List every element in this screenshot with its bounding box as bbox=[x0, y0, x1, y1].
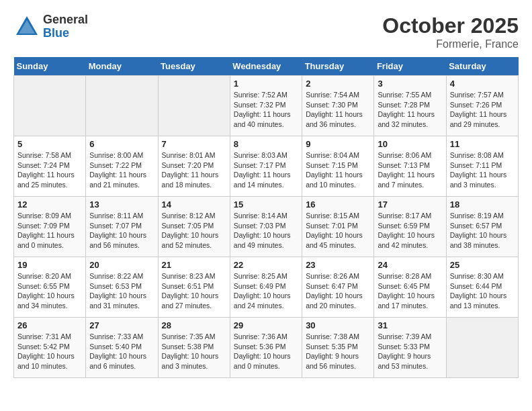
calendar-week-4: 19Sunrise: 8:20 AMSunset: 6:55 PMDayligh… bbox=[14, 257, 519, 318]
weekday-header-wednesday: Wednesday bbox=[230, 57, 302, 76]
day-info: Sunrise: 8:20 AMSunset: 6:55 PMDaylight:… bbox=[17, 271, 82, 311]
calendar-cell: 1Sunrise: 7:52 AMSunset: 7:32 PMDaylight… bbox=[230, 76, 302, 136]
day-info: Sunrise: 8:09 AMSunset: 7:09 PMDaylight:… bbox=[17, 211, 82, 250]
day-info: Sunrise: 8:15 AMSunset: 7:01 PMDaylight:… bbox=[306, 211, 370, 250]
day-number: 26 bbox=[17, 320, 82, 330]
weekday-header-saturday: Saturday bbox=[446, 57, 518, 76]
day-number: 15 bbox=[234, 199, 298, 210]
day-number: 17 bbox=[378, 199, 442, 210]
calendar-cell: 24Sunrise: 8:28 AMSunset: 6:45 PMDayligh… bbox=[374, 257, 446, 318]
calendar-cell: 8Sunrise: 8:03 AMSunset: 7:17 PMDaylight… bbox=[230, 136, 302, 197]
day-info: Sunrise: 7:58 AMSunset: 7:24 PMDaylight:… bbox=[17, 150, 82, 190]
day-number: 13 bbox=[89, 199, 154, 210]
calendar-cell: 31Sunrise: 7:39 AMSunset: 5:33 PMDayligh… bbox=[374, 318, 446, 378]
calendar-cell: 30Sunrise: 7:38 AMSunset: 5:35 PMDayligh… bbox=[302, 318, 374, 378]
day-info: Sunrise: 8:01 AMSunset: 7:20 PMDaylight:… bbox=[162, 150, 226, 190]
logo: General Blue bbox=[13, 13, 88, 40]
day-number: 5 bbox=[17, 139, 82, 149]
weekday-header-monday: Monday bbox=[86, 57, 158, 76]
day-number: 16 bbox=[306, 199, 370, 210]
calendar-cell: 22Sunrise: 8:25 AMSunset: 6:49 PMDayligh… bbox=[230, 257, 302, 318]
calendar-week-2: 5Sunrise: 7:58 AMSunset: 7:24 PMDaylight… bbox=[14, 136, 519, 197]
calendar-cell: 7Sunrise: 8:01 AMSunset: 7:20 PMDaylight… bbox=[158, 136, 230, 197]
day-info: Sunrise: 8:00 AMSunset: 7:22 PMDaylight:… bbox=[89, 150, 154, 190]
day-info: Sunrise: 8:11 AMSunset: 7:07 PMDaylight:… bbox=[89, 211, 154, 250]
day-number: 7 bbox=[162, 139, 226, 149]
day-number: 20 bbox=[89, 260, 154, 270]
day-info: Sunrise: 8:19 AMSunset: 6:57 PMDaylight:… bbox=[450, 211, 515, 250]
calendar-cell: 17Sunrise: 8:17 AMSunset: 6:59 PMDayligh… bbox=[374, 197, 446, 257]
day-info: Sunrise: 8:28 AMSunset: 6:45 PMDaylight:… bbox=[378, 271, 442, 311]
day-info: Sunrise: 8:30 AMSunset: 6:44 PMDaylight:… bbox=[450, 271, 515, 311]
day-info: Sunrise: 8:26 AMSunset: 6:47 PMDaylight:… bbox=[306, 271, 370, 311]
day-number: 6 bbox=[89, 139, 154, 149]
calendar-cell: 3Sunrise: 7:55 AMSunset: 7:28 PMDaylight… bbox=[374, 76, 446, 136]
day-number: 8 bbox=[234, 139, 298, 149]
day-number: 19 bbox=[17, 260, 82, 270]
day-info: Sunrise: 7:36 AMSunset: 5:36 PMDaylight:… bbox=[234, 332, 298, 371]
calendar-cell: 12Sunrise: 8:09 AMSunset: 7:09 PMDayligh… bbox=[14, 197, 86, 257]
calendar-cell: 20Sunrise: 8:22 AMSunset: 6:53 PMDayligh… bbox=[86, 257, 158, 318]
day-number: 27 bbox=[89, 320, 154, 330]
page-header: General Blue October 2025 Formerie, Fran… bbox=[13, 13, 519, 50]
calendar-cell: 23Sunrise: 8:26 AMSunset: 6:47 PMDayligh… bbox=[302, 257, 374, 318]
day-info: Sunrise: 7:31 AMSunset: 5:42 PMDaylight:… bbox=[17, 332, 82, 371]
weekday-header-row: SundayMondayTuesdayWednesdayThursdayFrid… bbox=[14, 57, 519, 76]
weekday-header-sunday: Sunday bbox=[14, 57, 86, 76]
day-info: Sunrise: 7:35 AMSunset: 5:38 PMDaylight:… bbox=[162, 332, 226, 371]
day-number: 11 bbox=[450, 139, 515, 149]
calendar-cell: 2Sunrise: 7:54 AMSunset: 7:30 PMDaylight… bbox=[302, 76, 374, 136]
day-info: Sunrise: 8:04 AMSunset: 7:15 PMDaylight:… bbox=[306, 150, 370, 190]
day-info: Sunrise: 7:33 AMSunset: 5:40 PMDaylight:… bbox=[89, 332, 154, 371]
weekday-header-thursday: Thursday bbox=[302, 57, 374, 76]
month-title: October 2025 bbox=[382, 13, 519, 38]
calendar-week-5: 26Sunrise: 7:31 AMSunset: 5:42 PMDayligh… bbox=[14, 318, 519, 378]
calendar-cell bbox=[158, 76, 230, 136]
day-info: Sunrise: 8:17 AMSunset: 6:59 PMDaylight:… bbox=[378, 211, 442, 250]
calendar-cell: 5Sunrise: 7:58 AMSunset: 7:24 PMDaylight… bbox=[14, 136, 86, 197]
day-number: 24 bbox=[378, 260, 442, 270]
day-number: 22 bbox=[234, 260, 298, 270]
calendar-cell: 19Sunrise: 8:20 AMSunset: 6:55 PMDayligh… bbox=[14, 257, 86, 318]
calendar-table: SundayMondayTuesdayWednesdayThursdayFrid… bbox=[13, 57, 519, 378]
day-number: 3 bbox=[378, 79, 442, 89]
day-number: 12 bbox=[17, 199, 82, 210]
day-info: Sunrise: 8:06 AMSunset: 7:13 PMDaylight:… bbox=[378, 150, 442, 190]
day-number: 21 bbox=[162, 260, 226, 270]
day-number: 2 bbox=[306, 79, 370, 89]
day-info: Sunrise: 7:55 AMSunset: 7:28 PMDaylight:… bbox=[378, 90, 442, 130]
day-info: Sunrise: 7:38 AMSunset: 5:35 PMDaylight:… bbox=[306, 332, 370, 371]
logo-text-general: General bbox=[43, 13, 88, 27]
day-info: Sunrise: 8:03 AMSunset: 7:17 PMDaylight:… bbox=[234, 150, 298, 190]
logo-text-blue: Blue bbox=[43, 27, 88, 40]
day-number: 30 bbox=[306, 320, 370, 330]
calendar-cell: 4Sunrise: 7:57 AMSunset: 7:26 PMDaylight… bbox=[446, 76, 518, 136]
logo-icon bbox=[13, 13, 40, 40]
calendar-cell: 29Sunrise: 7:36 AMSunset: 5:36 PMDayligh… bbox=[230, 318, 302, 378]
weekday-header-friday: Friday bbox=[374, 57, 446, 76]
calendar-cell: 28Sunrise: 7:35 AMSunset: 5:38 PMDayligh… bbox=[158, 318, 230, 378]
day-number: 10 bbox=[378, 139, 442, 149]
day-info: Sunrise: 7:54 AMSunset: 7:30 PMDaylight:… bbox=[306, 90, 370, 130]
calendar-cell: 14Sunrise: 8:12 AMSunset: 7:05 PMDayligh… bbox=[158, 197, 230, 257]
calendar-cell bbox=[86, 76, 158, 136]
day-number: 9 bbox=[306, 139, 370, 149]
day-number: 28 bbox=[162, 320, 226, 330]
calendar-cell: 21Sunrise: 8:23 AMSunset: 6:51 PMDayligh… bbox=[158, 257, 230, 318]
day-info: Sunrise: 7:39 AMSunset: 5:33 PMDaylight:… bbox=[378, 332, 442, 371]
calendar-cell: 13Sunrise: 8:11 AMSunset: 7:07 PMDayligh… bbox=[86, 197, 158, 257]
day-info: Sunrise: 8:08 AMSunset: 7:11 PMDaylight:… bbox=[450, 150, 515, 190]
day-number: 23 bbox=[306, 260, 370, 270]
location: Formerie, France bbox=[382, 38, 519, 50]
day-number: 18 bbox=[450, 199, 515, 210]
day-info: Sunrise: 8:14 AMSunset: 7:03 PMDaylight:… bbox=[234, 211, 298, 250]
calendar-cell: 11Sunrise: 8:08 AMSunset: 7:11 PMDayligh… bbox=[446, 136, 518, 197]
day-info: Sunrise: 7:57 AMSunset: 7:26 PMDaylight:… bbox=[450, 90, 515, 130]
day-info: Sunrise: 8:23 AMSunset: 6:51 PMDaylight:… bbox=[162, 271, 226, 311]
day-number: 1 bbox=[234, 79, 298, 89]
day-info: Sunrise: 8:22 AMSunset: 6:53 PMDaylight:… bbox=[89, 271, 154, 311]
day-info: Sunrise: 8:25 AMSunset: 6:49 PMDaylight:… bbox=[234, 271, 298, 311]
calendar-cell: 25Sunrise: 8:30 AMSunset: 6:44 PMDayligh… bbox=[446, 257, 518, 318]
calendar-cell: 16Sunrise: 8:15 AMSunset: 7:01 PMDayligh… bbox=[302, 197, 374, 257]
calendar-cell: 10Sunrise: 8:06 AMSunset: 7:13 PMDayligh… bbox=[374, 136, 446, 197]
